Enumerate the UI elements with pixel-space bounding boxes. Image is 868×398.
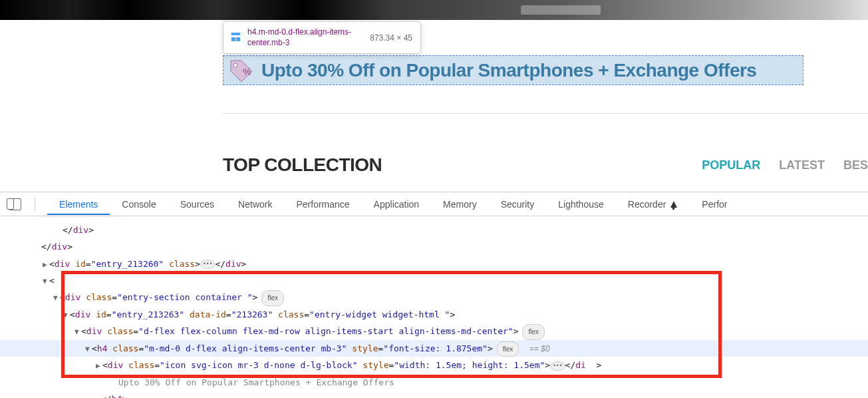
svg-text:%: % (243, 67, 251, 77)
highlighted-element[interactable]: % Upto 30% Off on Popular Smartphones + … (223, 55, 803, 85)
inspected-page: h4.m-md-0.d-flex.align-items-center.mb-3… (0, 0, 868, 192)
tab-best[interactable]: BES (843, 158, 868, 172)
top-collection-section: TOP COLLECTION POPULAR LATEST BES (223, 154, 868, 176)
banner-heading: Upto 30% Off on Popular Smartphones + Ex… (261, 60, 756, 81)
collection-tabs: POPULAR LATEST BES (702, 158, 868, 172)
flex-layout-icon (231, 33, 242, 43)
tooltip-selector: h4.m-md-0.d-flex.align-items-center.mb-3 (247, 27, 361, 48)
element-inspect-tooltip: h4.m-md-0.d-flex.align-items-center.mb-3… (223, 21, 421, 54)
price-tag-icon: % (227, 57, 255, 85)
tab-popular[interactable]: POPULAR (702, 158, 760, 172)
tab-latest[interactable]: LATEST (779, 158, 825, 172)
divider (223, 113, 868, 114)
svg-point-0 (233, 63, 237, 67)
tooltip-dimensions: 873.34 × 45 (370, 33, 412, 43)
section-heading: TOP COLLECTION (223, 154, 382, 176)
page-header-dark (0, 0, 868, 20)
